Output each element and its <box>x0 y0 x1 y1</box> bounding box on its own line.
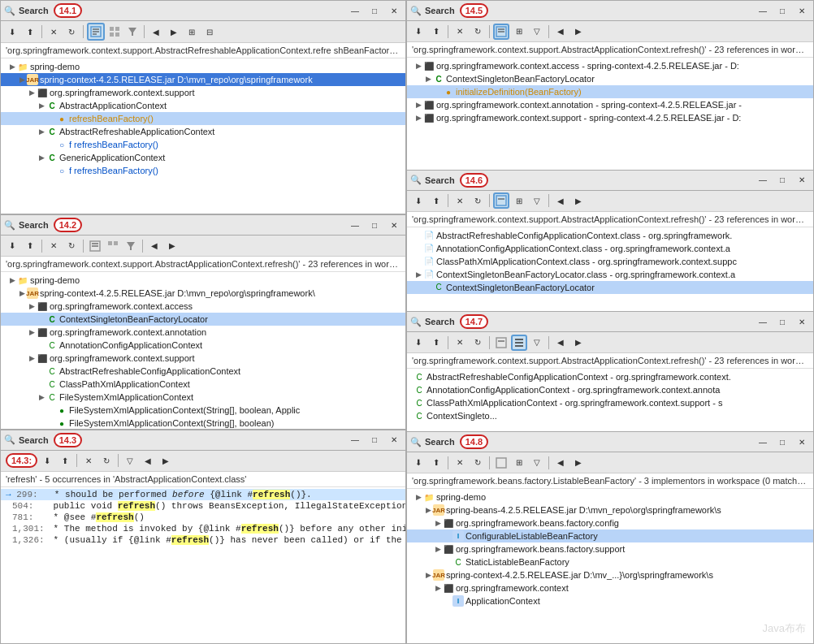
tree-row[interactable]: ▶ C ContextSingletonBeanFactoryLocator <box>407 72 813 85</box>
tree-row[interactable]: C StaticListableBeanFactory <box>407 555 813 568</box>
stop-btn[interactable]: ✕ <box>45 238 62 254</box>
close-btn[interactable]: ✕ <box>794 434 810 450</box>
stop-btn[interactable]: ✕ <box>452 335 468 351</box>
tree-row[interactable]: ▶ 📁 spring-demo <box>407 491 813 504</box>
stop-btn[interactable]: ✕ <box>452 24 468 40</box>
refresh-btn[interactable]: ↻ <box>470 455 486 471</box>
show-matches-btn[interactable] <box>493 335 509 351</box>
panel-2-tree[interactable]: ▶ 📁 spring-demo ▶ JAR spring-context-4.2… <box>1 272 405 428</box>
filter-btn[interactable]: ▽ <box>529 335 545 351</box>
prev-btn[interactable]: ◀ <box>552 24 569 40</box>
minimize-btn[interactable]: — <box>755 313 771 330</box>
close-btn[interactable]: ✕ <box>794 172 810 188</box>
minimize-btn[interactable]: — <box>347 2 363 19</box>
group-btn[interactable]: ⊞ <box>511 24 527 40</box>
tree-row[interactable]: ○ f refreshBeanFactory() <box>1 164 405 177</box>
close-btn[interactable]: ✕ <box>794 313 810 330</box>
maximize-btn[interactable]: □ <box>774 172 790 188</box>
tree-row[interactable]: ▶ ⬛ org.springframework.context.access -… <box>407 59 813 72</box>
show-matches-btn[interactable] <box>493 24 509 40</box>
tree-row[interactable]: C ContextSingletonBeanFactoryLocator <box>407 281 813 294</box>
stop-btn[interactable]: ✕ <box>45 24 62 40</box>
down-btn[interactable]: ⬇ <box>410 455 426 471</box>
down-btn[interactable]: ⬇ <box>4 238 20 254</box>
tree-row[interactable]: ● refreshBeanFactory() <box>1 112 405 125</box>
up-btn[interactable]: ⬆ <box>428 455 444 471</box>
tree-row[interactable]: ● FileSystemXmlApplicationContext(String… <box>1 404 405 417</box>
up-btn[interactable]: ⬆ <box>428 192 444 209</box>
close-btn[interactable]: ✕ <box>386 217 402 233</box>
tree-row[interactable]: I ConfigurableListableBeanFactory <box>407 529 813 542</box>
tree-row[interactable]: ▶ JAR spring-context-4.2.5.RELEASE.jar D… <box>407 568 813 581</box>
panel-1-tree[interactable]: ▶ 📁 spring-demo ▶ JAR spring-context-4.2… <box>1 58 405 214</box>
refresh-btn[interactable]: ↻ <box>98 452 115 469</box>
filter-btn[interactable] <box>124 24 141 40</box>
tree-row[interactable]: ▶ C AbstractRefreshableApplicationContex… <box>1 125 405 138</box>
tree-row[interactable]: C AnnotationConfigApplicationContext <box>1 339 405 352</box>
tree-row[interactable]: ▶ ⬛ org.springframework.context.support … <box>407 111 813 124</box>
refresh-btn[interactable]: ↻ <box>470 335 486 351</box>
next-btn[interactable]: ▶ <box>166 24 182 40</box>
filter-btn[interactable]: ▽ <box>529 24 545 40</box>
minimize-btn[interactable]: — <box>755 434 771 450</box>
maximize-btn[interactable]: □ <box>774 313 790 330</box>
maximize-btn[interactable]: □ <box>774 434 790 450</box>
refresh-btn[interactable]: ↻ <box>63 24 80 40</box>
tree-row[interactable]: ▶ C AbstractApplicationContext <box>1 99 405 112</box>
tree-row[interactable]: 📄 ClassPathXmlApplicationContext.class -… <box>407 255 813 268</box>
tree-row[interactable]: C AnnotationConfigApplicationContext - o… <box>407 383 813 396</box>
panel-5-tree[interactable]: 📄 AbstractRefreshableConfigApplicationCo… <box>407 227 813 311</box>
tree-row[interactable]: I ApplicationContext <box>407 594 813 607</box>
tree-row[interactable]: ▶ ⬛ org.springframework.context <box>407 581 813 594</box>
tree-row[interactable]: C ContextSingletonBeanFactoryLocator <box>1 313 405 326</box>
tree-row[interactable]: ○ f refreshBeanFactory() <box>1 138 405 151</box>
panel-7-tree[interactable]: ▶ 📁 spring-demo ▶ JAR spring-beans-4.2.5… <box>407 489 813 643</box>
tree-row[interactable]: C AbstractRefreshableConfigApplicationCo… <box>1 365 405 378</box>
tree-row[interactable]: ▶ JAR spring-context-4.2.5.RELEASE.jar D… <box>1 73 405 86</box>
code-line[interactable]: 504: public void refresh() throws BeansE… <box>1 500 405 512</box>
refresh-btn[interactable]: ↻ <box>470 192 486 209</box>
tree-row[interactable]: ▶ C GenericApplicationContext <box>1 151 405 164</box>
show-matches-btn[interactable] <box>493 192 509 209</box>
prev-btn[interactable]: ◀ <box>552 455 569 471</box>
minimize-btn[interactable]: — <box>755 172 771 188</box>
next-btn[interactable]: ▶ <box>164 238 180 254</box>
close-btn[interactable]: ✕ <box>386 2 402 19</box>
tree-row[interactable]: 📄 AnnotationConfigApplicationContext.cla… <box>407 242 813 255</box>
close-btn[interactable]: ✕ <box>386 432 402 448</box>
panel-4-tree[interactable]: ▶ ⬛ org.springframework.context.access -… <box>407 58 813 170</box>
up-btn[interactable]: ⬆ <box>428 24 444 40</box>
tree-row[interactable]: ● FileSystemXmlApplicationContext(String… <box>1 417 405 428</box>
refresh-btn[interactable]: ↻ <box>470 24 486 40</box>
code-line[interactable]: 781: * @see #refresh() <box>1 512 405 523</box>
filter-btn[interactable]: ▽ <box>529 455 545 471</box>
show-matches-btn[interactable] <box>87 23 105 41</box>
tree-row[interactable]: C ClassPathXmlApplicationContext <box>1 378 405 391</box>
tree-row[interactable]: ▶ 📄 ContextSingletonBeanFactoryLocator.c… <box>407 268 813 281</box>
code-line[interactable]: → 299: * should be performed before {@li… <box>1 489 405 500</box>
filter-btn[interactable]: ▽ <box>529 192 545 209</box>
next-btn[interactable]: ▶ <box>570 335 587 351</box>
down-btn[interactable]: ⬇ <box>410 335 426 351</box>
tree-row[interactable]: ▶ ⬛ org.springframework.context.support <box>1 352 405 365</box>
tree-row[interactable]: ▶ JAR spring-context-4.2.5.RELEASE.jar D… <box>1 287 405 300</box>
tree-row[interactable]: C AbstractRefreshableConfigApplicationCo… <box>407 370 813 383</box>
filter-btn[interactable]: ▽ <box>122 452 138 469</box>
next-btn[interactable]: ▶ <box>570 455 587 471</box>
maximize-btn[interactable]: □ <box>366 432 383 448</box>
down-btn[interactable]: ⬇ <box>4 24 20 40</box>
prev-btn[interactable]: ◀ <box>140 452 156 469</box>
tree-row[interactable]: ▶ ⬛ org.springframework.beans.factory.su… <box>407 542 813 555</box>
next-btn[interactable]: ▶ <box>570 192 587 209</box>
flat-list-btn[interactable] <box>511 335 527 351</box>
stop-btn[interactable]: ✕ <box>452 455 468 471</box>
prev-btn[interactable]: ◀ <box>552 192 569 209</box>
minimize-btn[interactable]: — <box>347 432 363 448</box>
panel-6-tree[interactable]: C AbstractRefreshableConfigApplicationCo… <box>407 369 813 431</box>
tree-row[interactable]: ▶ ⬛ org.springframework.context.annotati… <box>407 98 813 111</box>
maximize-btn[interactable]: □ <box>366 2 383 19</box>
tree-row[interactable]: ▶ ⬛ org.springframework.beans.factory.co… <box>407 516 813 529</box>
prev-btn[interactable]: ◀ <box>146 238 162 254</box>
tree-row[interactable]: C ContextSingleto... <box>407 409 813 422</box>
next-btn[interactable]: ▶ <box>570 24 587 40</box>
